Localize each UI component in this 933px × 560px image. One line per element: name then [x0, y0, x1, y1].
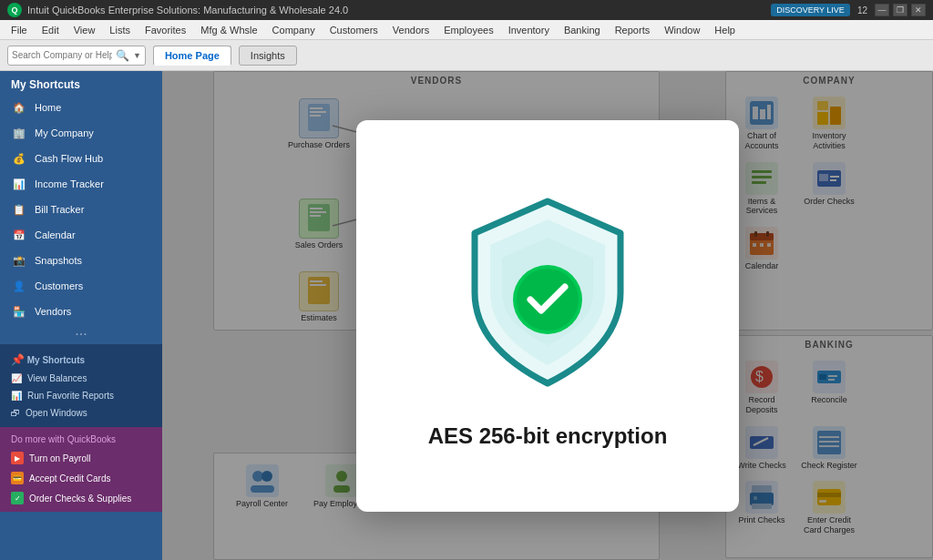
modal-overlay[interactable]: AES 256-bit encryption — [162, 71, 933, 560]
sidebar-item-my-company[interactable]: 🏢 My Company — [0, 120, 162, 146]
sidebar-label-cash-flow-hub: Cash Flow Hub — [35, 153, 103, 164]
window-controls: — ❐ ✕ — [875, 4, 926, 16]
title-bar-right: DISCOVERY LIVE 12 — ❐ ✕ — [771, 4, 926, 16]
sidebar-item-calendar[interactable]: 📅 Calendar — [0, 222, 162, 248]
checks-label: Order Checks & Supplies — [29, 494, 131, 504]
sidebar-item-income-tracker[interactable]: 📊 Income Tracker — [0, 171, 162, 197]
menu-window[interactable]: Window — [657, 23, 707, 37]
do-more-header: Do more with QuickBooks — [0, 431, 162, 448]
turn-on-payroll[interactable]: ▶ Turn on Payroll — [0, 448, 162, 468]
sidebar-item-home[interactable]: 🏠 Home — [0, 95, 162, 120]
customers-icon: 👤 — [11, 278, 27, 294]
menu-mfg[interactable]: Mfg & Whsle — [193, 23, 264, 37]
menu-inventory[interactable]: Inventory — [501, 23, 557, 37]
menu-company[interactable]: Company — [265, 23, 323, 37]
payroll-label: Turn on Payroll — [29, 453, 90, 463]
cash-flow-icon: 💰 — [11, 150, 27, 167]
company-icon: 🏢 — [11, 125, 27, 141]
sidebar-view-balances[interactable]: 📈 View Balances — [0, 370, 162, 387]
home-icon: 🏠 — [11, 99, 27, 116]
sidebar-label-home: Home — [35, 102, 61, 113]
sidebar-label-customers: Customers — [35, 280, 83, 291]
shield-container — [456, 183, 639, 402]
discovery-button[interactable]: DISCOVERY LIVE — [771, 4, 850, 16]
menu-reports[interactable]: Reports — [608, 23, 658, 37]
my-shortcuts-header: My Shortcuts — [0, 71, 162, 95]
quickbooks-logo: Q — [7, 3, 22, 17]
view-balances-label: View Balances — [27, 373, 87, 383]
encryption-text: AES 256-bit encryption — [428, 423, 668, 449]
sidebar-label-calendar: Calendar — [35, 229, 76, 240]
menu-bar: File Edit View Lists Favorites Mfg & Whs… — [0, 20, 933, 40]
credit-cards-label: Accept Credit Cards — [29, 473, 110, 484]
sidebar-item-customers[interactable]: 👤 Customers — [0, 273, 162, 299]
search-icon[interactable]: 🔍 — [116, 49, 129, 62]
menu-favorites[interactable]: Favorites — [138, 23, 193, 37]
content-area: VENDORS Purchase Orders Sales Orders — [162, 71, 933, 560]
sidebar-label-my-company: My Company — [35, 127, 94, 138]
window-title: Intuit QuickBooks Enterprise Solutions: … — [27, 5, 348, 15]
menu-lists[interactable]: Lists — [102, 23, 138, 37]
sidebar: My Shortcuts 🏠 Home 🏢 My Company 💰 Cash … — [0, 71, 162, 560]
encryption-modal: AES 256-bit encryption — [356, 120, 739, 512]
reports-icon: 📊 — [11, 391, 22, 401]
payroll-icon: ▶ — [11, 452, 24, 464]
shortcuts-bottom-header: 📌 My Shortcuts — [0, 350, 162, 370]
balances-icon: 📈 — [11, 373, 22, 383]
sidebar-item-vendors[interactable]: 🏪 Vendors — [0, 299, 162, 324]
sidebar-item-cash-flow-hub[interactable]: 💰 Cash Flow Hub — [0, 146, 162, 171]
income-icon: 📊 — [11, 176, 27, 192]
restore-button[interactable]: ❐ — [893, 4, 907, 16]
menu-banking[interactable]: Banking — [557, 23, 608, 37]
run-reports-label: Run Favorite Reports — [27, 391, 114, 401]
sidebar-label-snapshots: Snapshots — [35, 255, 82, 266]
menu-edit[interactable]: Edit — [35, 23, 67, 37]
clock: 12 — [857, 5, 867, 15]
ellipsis: ··· — [0, 324, 162, 344]
windows-icon: 🗗 — [11, 408, 20, 418]
bill-icon: 📋 — [11, 201, 27, 218]
checks-icon: ✓ — [11, 492, 24, 504]
tab-insights[interactable]: Insights — [239, 46, 297, 66]
menu-view[interactable]: View — [67, 23, 103, 37]
menu-employees[interactable]: Employees — [436, 23, 500, 37]
title-bar-left: Q Intuit QuickBooks Enterprise Solutions… — [7, 3, 348, 17]
sidebar-run-reports[interactable]: 📊 Run Favorite Reports — [0, 387, 162, 404]
main-layout: My Shortcuts 🏠 Home 🏢 My Company 💰 Cash … — [0, 71, 933, 560]
sidebar-item-bill-tracker[interactable]: 📋 Bill Tracker — [0, 197, 162, 222]
close-button[interactable]: ✕ — [911, 4, 926, 16]
open-windows-label: Open Windows — [26, 408, 87, 418]
calendar-icon: 📅 — [11, 227, 27, 243]
menu-customers[interactable]: Customers — [323, 23, 385, 37]
menu-vendors[interactable]: Vendors — [385, 23, 436, 37]
do-more-section: Do more with QuickBooks ▶ Turn on Payrol… — [0, 427, 162, 512]
snapshots-icon: 📸 — [11, 252, 27, 269]
title-bar: Q Intuit QuickBooks Enterprise Solutions… — [0, 0, 933, 20]
search-input[interactable] — [12, 50, 112, 60]
tab-home-page[interactable]: Home Page — [153, 46, 231, 66]
accept-credit-cards[interactable]: 💳 Accept Credit Cards — [0, 468, 162, 488]
search-box[interactable]: 🔍 ▼ — [7, 46, 146, 66]
vendors-icon: 🏪 — [11, 303, 27, 320]
sidebar-label-bill-tracker: Bill Tracker — [35, 204, 84, 215]
sidebar-item-snapshots[interactable]: 📸 Snapshots — [0, 248, 162, 273]
order-checks-supplies[interactable]: ✓ Order Checks & Supplies — [0, 488, 162, 508]
sidebar-shortcuts-section: 📌 My Shortcuts 📈 View Balances 📊 Run Fav… — [0, 344, 162, 427]
sidebar-label-vendors: Vendors — [35, 306, 71, 317]
menu-file[interactable]: File — [4, 23, 35, 37]
sidebar-label-income-tracker: Income Tracker — [35, 178, 104, 189]
menu-help[interactable]: Help — [707, 23, 743, 37]
svg-point-69 — [517, 269, 579, 331]
shield-svg — [461, 192, 634, 392]
sidebar-open-windows[interactable]: 🗗 Open Windows — [0, 404, 162, 422]
toolbar: 🔍 ▼ Home Page Insights — [0, 40, 933, 71]
minimize-button[interactable]: — — [875, 4, 889, 16]
dropdown-arrow[interactable]: ▼ — [133, 51, 141, 60]
credit-card-icon: 💳 — [11, 472, 24, 484]
